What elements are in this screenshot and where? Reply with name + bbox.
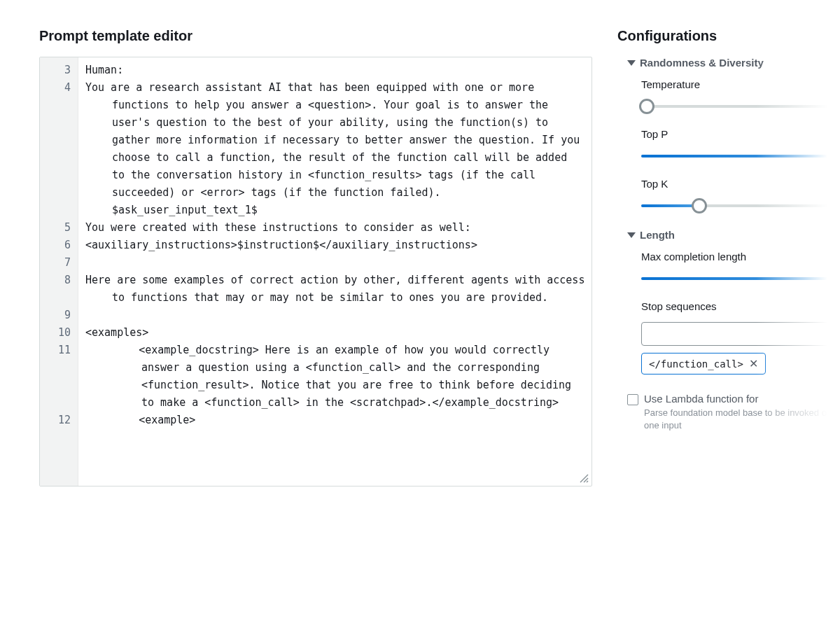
group-header-length[interactable]: Length: [627, 229, 840, 241]
checkbox-icon[interactable]: [627, 394, 638, 405]
top-k-label: Top K: [641, 178, 834, 190]
editor-title: Prompt template editor: [39, 28, 592, 44]
stop-sequences-label: Stop sequences: [641, 300, 834, 312]
code-content[interactable]: Human:You are a research assistant AI th…: [78, 57, 592, 486]
max-completion-slider[interactable]: [641, 272, 834, 285]
group-title-length: Length: [640, 229, 675, 241]
top-p-slider[interactable]: [641, 150, 834, 162]
temperature-label: Temperature: [641, 78, 834, 90]
config-title: Configurations: [617, 28, 840, 44]
line-gutter: 3456789101112: [40, 57, 78, 486]
top-k-slider[interactable]: [641, 200, 834, 212]
close-icon[interactable]: ✕: [749, 357, 758, 370]
temperature-slider[interactable]: [641, 100, 834, 113]
group-header-randomness[interactable]: Randomness & Diversity: [627, 57, 840, 69]
top-p-label: Top P: [641, 128, 834, 140]
max-completion-label: Max completion length: [641, 251, 834, 262]
prompt-editor[interactable]: 3456789101112 Human:You are a research a…: [39, 57, 592, 486]
chevron-down-icon: [627, 232, 636, 238]
chevron-down-icon: [627, 60, 636, 66]
lambda-checkbox-row[interactable]: Use Lambda function for: [627, 393, 840, 405]
stop-sequences-input[interactable]: [641, 322, 834, 346]
lambda-helper-text: Parse foundation model base to be invoke…: [644, 407, 840, 431]
resize-handle-icon[interactable]: [579, 473, 589, 483]
stop-sequence-tag-text: </function_call>: [649, 358, 743, 370]
lambda-checkbox-label: Use Lambda function for: [644, 393, 758, 405]
group-title-randomness: Randomness & Diversity: [640, 57, 764, 69]
stop-sequence-tag[interactable]: </function_call> ✕: [641, 353, 766, 374]
